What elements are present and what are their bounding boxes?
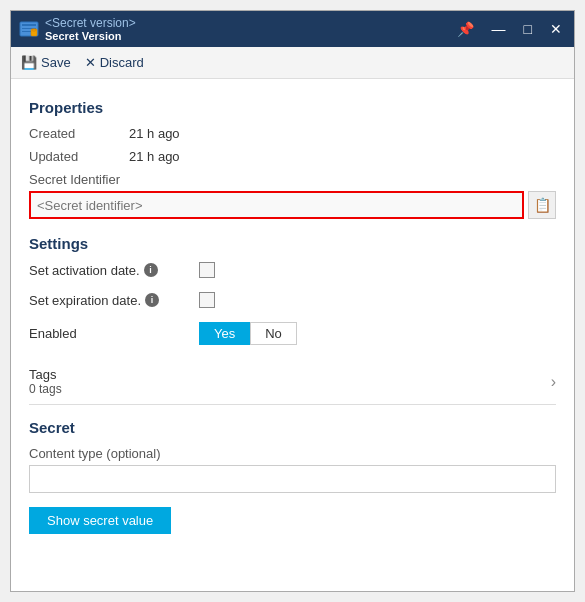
- expiration-label: Set expiration date. i: [29, 293, 189, 308]
- discard-button[interactable]: ✕ Discard: [85, 55, 144, 70]
- window-title-main: <Secret version>: [45, 16, 136, 30]
- save-icon: 💾: [21, 55, 37, 70]
- tags-title: Tags: [29, 367, 62, 382]
- expiration-row: Set expiration date. i: [29, 292, 556, 308]
- discard-icon: ✕: [85, 55, 96, 70]
- title-bar: <Secret version> Secret Version 📌 — □ ✕: [11, 11, 574, 47]
- main-window: <Secret version> Secret Version 📌 — □ ✕ …: [10, 10, 575, 592]
- secret-identifier-label: Secret Identifier: [29, 172, 556, 187]
- window-title-sub: Secret Version: [45, 30, 136, 42]
- content-area: Properties Created 21 h ago Updated 21 h…: [11, 79, 574, 591]
- svg-rect-1: [22, 24, 36, 26]
- updated-label: Updated: [29, 149, 129, 164]
- enabled-toggle: Yes No: [199, 322, 297, 345]
- show-secret-button[interactable]: Show secret value: [29, 507, 171, 534]
- svg-rect-3: [22, 31, 32, 32]
- content-type-label: Content type (optional): [29, 446, 556, 461]
- activation-label: Set activation date. i: [29, 263, 189, 278]
- content-type-input[interactable]: [29, 465, 556, 493]
- expiration-info-icon: i: [145, 293, 159, 307]
- toggle-no-button[interactable]: No: [250, 322, 297, 345]
- created-label: Created: [29, 126, 129, 141]
- copy-icon: 📋: [534, 197, 551, 213]
- title-text: <Secret version> Secret Version: [45, 16, 136, 42]
- activation-checkbox[interactable]: [199, 262, 215, 278]
- updated-row: Updated 21 h ago: [29, 149, 556, 164]
- toggle-yes-button[interactable]: Yes: [199, 322, 250, 345]
- window-icon: [19, 19, 39, 39]
- activation-info-icon: i: [144, 263, 158, 277]
- tags-count: 0 tags: [29, 382, 62, 396]
- secret-identifier-input[interactable]: [29, 191, 524, 219]
- close-icon[interactable]: ✕: [546, 19, 566, 39]
- copy-button[interactable]: 📋: [528, 191, 556, 219]
- enabled-label: Enabled: [29, 326, 189, 341]
- settings-section-title: Settings: [29, 235, 556, 252]
- enabled-row: Enabled Yes No: [29, 322, 556, 345]
- created-row: Created 21 h ago: [29, 126, 556, 141]
- save-button[interactable]: 💾 Save: [21, 55, 71, 70]
- secret-section: Secret Content type (optional) Show secr…: [29, 419, 556, 534]
- toolbar: 💾 Save ✕ Discard: [11, 47, 574, 79]
- tags-chevron-icon: ›: [551, 373, 556, 391]
- secret-identifier-row: 📋: [29, 191, 556, 219]
- save-label: Save: [41, 55, 71, 70]
- pin-icon[interactable]: 📌: [453, 19, 478, 39]
- secret-section-title: Secret: [29, 419, 556, 436]
- restore-icon[interactable]: □: [520, 19, 536, 39]
- discard-label: Discard: [100, 55, 144, 70]
- title-bar-left: <Secret version> Secret Version: [19, 16, 136, 42]
- minimize-icon[interactable]: —: [488, 19, 510, 39]
- tags-left: Tags 0 tags: [29, 367, 62, 396]
- tags-row[interactable]: Tags 0 tags ›: [29, 359, 556, 405]
- updated-value: 21 h ago: [129, 149, 180, 164]
- properties-section-title: Properties: [29, 99, 556, 116]
- title-controls: 📌 — □ ✕: [453, 19, 566, 39]
- settings-section: Settings Set activation date. i Set expi…: [29, 235, 556, 345]
- created-value: 21 h ago: [129, 126, 180, 141]
- expiration-checkbox[interactable]: [199, 292, 215, 308]
- activation-row: Set activation date. i: [29, 262, 556, 278]
